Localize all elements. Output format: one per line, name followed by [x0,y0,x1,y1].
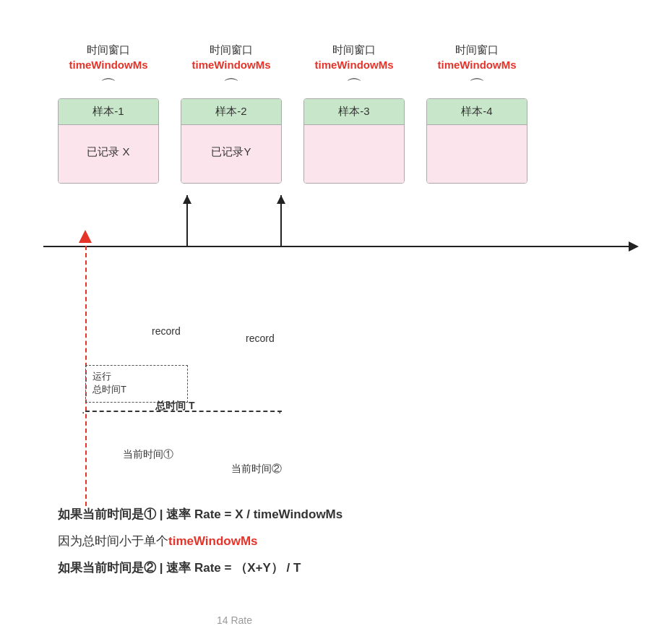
total-time-dot-left: · [82,406,85,419]
record-label-2: record [246,333,275,344]
timeline-arrow [629,241,639,252]
window-group: 时间窗口 timeWindowMs ⌒ 样本-1 已记录 X 时间窗口 time… [58,43,527,184]
total-time-label: 总时间 T [155,400,194,413]
window-item-4: 时间窗口 timeWindowMs ⌒ 样本-4 [426,43,527,184]
box-body-4 [427,125,527,183]
cur-time-1: 当前时间① [123,448,173,461]
window-label-code-2: timeWindowMs [191,59,270,71]
formula-line-3: 如果当前时间是② | 速率 Rate = （X+Y） / T [58,559,343,576]
formula-line-1: 如果当前时间是① | 速率 Rate = X / timeWindowMs [58,506,343,523]
window-label-cn-2: 时间窗口 [210,43,253,57]
red-triangle-icon [79,230,92,243]
box-body-2: 已记录Y [181,125,281,183]
box-header-1: 样本-1 [59,99,158,125]
box-header-3: 样本-3 [304,99,404,125]
bottom-text-area: 如果当前时间是① | 速率 Rate = X / timeWindowMs 因为… [58,506,343,583]
formula-text-1: 如果当前时间是① | 速率 Rate = X / timeWindowMs [58,507,343,521]
window-label-code-4: timeWindowMs [437,59,516,71]
box-header-4: 样本-4 [427,99,527,125]
window-label-code-1: timeWindowMs [69,59,147,71]
cur-time-2: 当前时间② [231,463,282,476]
record-label-1: record [152,325,181,337]
window-item-1: 时间窗口 timeWindowMs ⌒ 样本-1 已记录 X [58,43,159,184]
arrow-up-1 [186,195,188,247]
box-2: 样本-2 已记录Y [181,98,282,184]
window-label-cn-3: 时间窗口 [332,43,376,57]
footer-note: 14 Rate [217,614,252,626]
box-body-1: 已记录 X [59,125,158,183]
box-4: 样本-4 [426,98,527,184]
timeline [43,246,636,247]
formula-text-2-prefix: 因为总时间小于单个 [58,534,168,548]
diagram-area: 时间窗口 timeWindowMs ⌒ 样本-1 已记录 X 时间窗口 time… [0,0,672,639]
window-label-code-3: timeWindowMs [314,59,393,71]
box-1: 样本-1 已记录 X [58,98,159,184]
box-header-2: 样本-2 [181,99,281,125]
window-item-2: 时间窗口 timeWindowMs ⌒ 样本-2 已记录Y [181,43,282,184]
box-body-3 [304,125,404,183]
total-time-dot-right: · [278,406,281,419]
window-label-cn-4: 时间窗口 [455,43,499,57]
window-label-cn-1: 时间窗口 [87,43,130,57]
formula-line-2: 因为总时间小于单个timeWindowMs [58,533,343,549]
formula-text-3: 如果当前时间是② | 速率 Rate = （X+Y） / T [58,561,301,575]
box-3: 样本-3 [303,98,405,184]
run-time-label2: 总时间T [92,383,126,396]
arrow-up-2 [280,195,282,247]
window-item-3: 时间窗口 timeWindowMs ⌒ 样本-3 [303,43,405,184]
run-time-label1: 运行 [92,370,111,383]
formula-text-2-red: timeWindowMs [168,534,258,548]
